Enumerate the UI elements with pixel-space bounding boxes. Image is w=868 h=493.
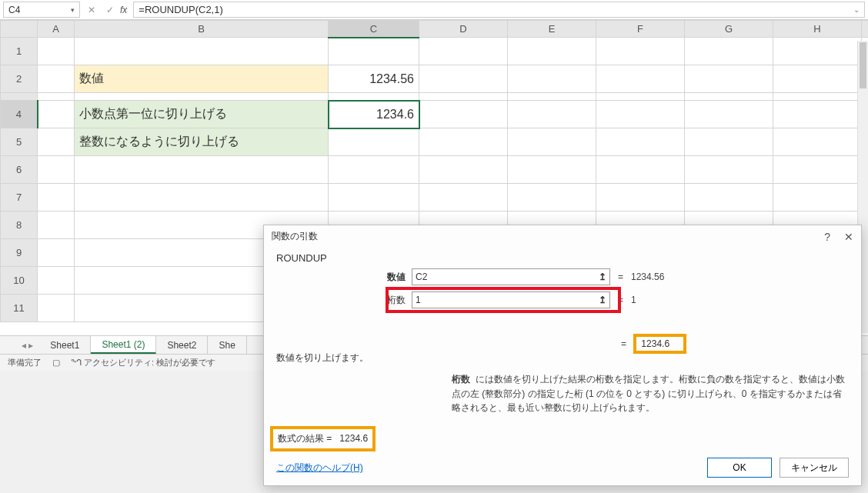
formula-input[interactable]: =ROUNDUP(C2,1) ⌄ (133, 2, 865, 18)
arg2-value: 1 (416, 295, 421, 305)
cell-A5[interactable] (38, 128, 75, 156)
sheet-tab-3[interactable]: She (208, 336, 246, 354)
col-header-D[interactable]: D (419, 21, 508, 38)
name-box-value: C4 (8, 5, 20, 15)
cell-D2[interactable] (419, 65, 508, 93)
cell-H4[interactable] (773, 101, 862, 128)
cell-B1[interactable] (75, 38, 329, 65)
macro-record-icon[interactable]: ▢ (52, 358, 60, 368)
row-header-8[interactable]: 8 (1, 212, 38, 239)
ok-button[interactable]: OK (707, 458, 772, 478)
cell-A4[interactable] (38, 101, 75, 128)
tab-nav[interactable]: ◂ ▸ (15, 336, 39, 354)
row-header-3[interactable] (1, 93, 38, 101)
arg1-input[interactable]: C2 ↥ (412, 268, 610, 285)
row-header-10[interactable]: 10 (1, 267, 38, 295)
close-icon[interactable]: ✕ (844, 231, 853, 243)
formula-text: =ROUNDUP(C2,1) (139, 4, 222, 15)
cell-F4[interactable] (596, 101, 685, 128)
function-arguments-dialog[interactable]: 関数の引数 ? ✕ ROUNDUP 数値 C2 ↥ = 1234.56 桁数 1… (263, 225, 862, 486)
cell-H5[interactable] (773, 128, 862, 156)
cell-C5[interactable] (329, 128, 419, 156)
cell-C1[interactable] (329, 38, 419, 65)
cell-E2[interactable] (508, 65, 596, 93)
cell-G1[interactable] (685, 38, 773, 65)
col-header-E[interactable]: E (508, 21, 596, 38)
cell-H1[interactable] (773, 38, 862, 65)
function-help-link[interactable]: この関数のヘルプ(H) (276, 461, 363, 475)
row-header-9[interactable]: 9 (1, 239, 38, 267)
accessibility-status[interactable]: ᙰ アクセシビリティ: 検討が必要です (71, 357, 215, 368)
accept-formula-icon[interactable]: ✓ (102, 2, 119, 18)
help-arg-text: には数値を切り上げた結果の桁数を指定します。桁数に負の数を指定すると、数値は小数… (452, 374, 845, 413)
col-header-pad (862, 21, 869, 38)
cell-F1[interactable] (596, 38, 685, 65)
cell-H2[interactable] (773, 65, 862, 93)
cell-A1[interactable] (38, 38, 75, 65)
fx-icon[interactable]: fx (120, 5, 130, 15)
cell-B5[interactable]: 整数になるように切り上げる (75, 128, 329, 156)
col-header-F[interactable]: F (596, 21, 685, 38)
range-picker-icon[interactable]: ↥ (599, 271, 606, 282)
arg1-label: 数値 (276, 271, 412, 284)
cell-E5[interactable] (508, 128, 596, 156)
row-header-1[interactable]: 1 (1, 38, 38, 65)
cell-E1[interactable] (508, 38, 596, 65)
cell-B2[interactable]: 数値 (75, 65, 329, 93)
cell-G4[interactable] (685, 101, 773, 128)
row-header-7[interactable]: 7 (1, 184, 38, 212)
formula-result: 数式の結果 = 1234.6 (273, 429, 372, 448)
row-header-2[interactable]: 2 (1, 65, 38, 93)
help-arg-name: 桁数 (452, 374, 470, 385)
argument-help: 桁数 には数値を切り上げた結果の桁数を指定します。桁数に負の数を指定すると、数値… (276, 372, 849, 415)
range-picker-icon[interactable]: ↥ (599, 295, 606, 305)
formula-result-label: 数式の結果 = (278, 433, 332, 444)
person-icon: ᙰ (71, 358, 84, 367)
chevron-down-icon: ▾ (71, 6, 75, 14)
equals-sign: = (613, 338, 634, 349)
row-header-4[interactable]: 4 (1, 101, 38, 128)
arg2-input[interactable]: 1 ↥ (412, 291, 610, 308)
col-header-C[interactable]: C (329, 21, 419, 38)
col-header-B[interactable]: B (75, 21, 329, 38)
cell-F5[interactable] (596, 128, 685, 156)
sheet-tab-2[interactable]: Sheet2 (156, 336, 208, 354)
cancel-button[interactable]: キャンセル (780, 458, 849, 478)
cell-C2[interactable]: 1234.56 (329, 65, 419, 93)
result-preview: 1234.6 (636, 337, 683, 351)
dialog-title: 関数の引数 (272, 230, 318, 243)
arg2-label: 桁数 (276, 294, 412, 307)
formula-controls: ✕ ✓ fx (80, 2, 133, 18)
sheet-tab-0[interactable]: Sheet1 (39, 336, 91, 354)
col-header-H[interactable]: H (773, 21, 862, 38)
function-name: ROUNDUP (276, 252, 849, 264)
arg1-value: C2 (416, 271, 427, 282)
cell-E4[interactable] (508, 101, 596, 128)
cell-D5[interactable] (419, 128, 508, 156)
sheet-tab-1[interactable]: Sheet1 (2) (91, 336, 156, 354)
row-header-11[interactable]: 11 (1, 295, 38, 322)
arg1-eval: 1234.56 (631, 271, 664, 282)
equals-sign: = (610, 271, 631, 282)
help-icon[interactable]: ? (824, 231, 830, 243)
cell-G2[interactable] (685, 65, 773, 93)
scrollbar-thumb[interactable] (860, 42, 866, 88)
select-all-corner[interactable] (1, 21, 38, 38)
cell-F2[interactable] (596, 65, 685, 93)
arg2-eval: 1 (631, 295, 636, 305)
row-header-6[interactable]: 6 (1, 156, 38, 184)
cell-B4[interactable]: 小数点第一位に切り上げる (75, 101, 329, 128)
col-header-A[interactable]: A (38, 21, 75, 38)
cell-A2[interactable] (38, 65, 75, 93)
cell-D4[interactable] (419, 101, 508, 128)
cell-D1[interactable] (419, 38, 508, 65)
status-ready: 準備完了 (8, 357, 42, 368)
cell-G5[interactable] (685, 128, 773, 156)
formula-result-value: 1234.6 (339, 433, 368, 444)
row-header-5[interactable]: 5 (1, 128, 38, 156)
col-header-G[interactable]: G (685, 21, 773, 38)
expand-formula-icon[interactable]: ⌄ (853, 5, 860, 14)
name-box[interactable]: C4 ▾ (3, 2, 80, 18)
cancel-formula-icon[interactable]: ✕ (83, 2, 100, 18)
cell-C4[interactable]: 1234.6 (329, 101, 419, 128)
